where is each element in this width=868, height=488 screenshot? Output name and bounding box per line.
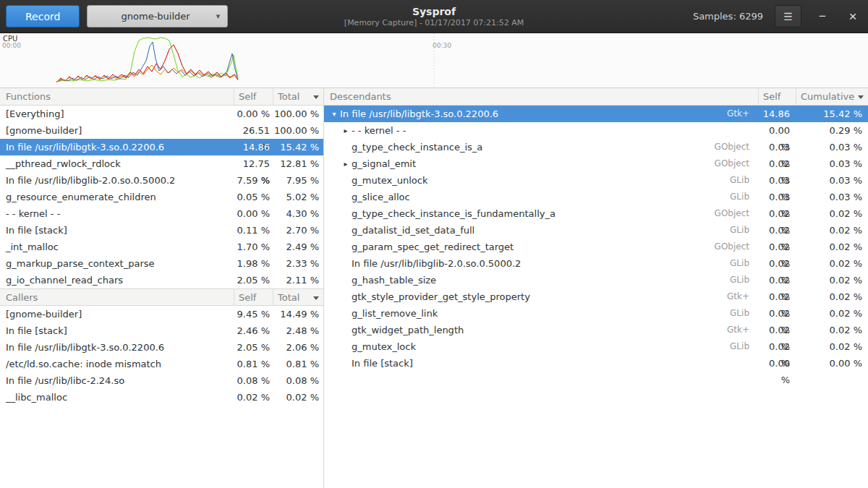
function-name-cell: g_mutex_unlock [352,172,427,189]
table-row[interactable]: __libc_malloc0.02 %0.02 % [0,389,323,406]
callers-table: Callers Self Total [gnome-builder]9.45 %… [0,288,323,406]
self-value: 9.45 % [234,306,273,322]
descendants-table: Descendants Self Cumulative ▾In file /us… [324,88,868,372]
table-row[interactable]: /etc/ld.so.cache: inode mismatch0.81 %0.… [0,356,323,372]
column-header-functions[interactable]: Functions [0,88,234,105]
tree-row[interactable]: g_param_spec_get_redirect_targetGObject0… [324,239,868,255]
tree-row[interactable]: g_list_remove_linkGLib0.02 %0.02 % [324,305,868,322]
record-button[interactable]: Record [6,5,80,27]
table-row[interactable]: [gnome-builder]9.45 %14.49 % [0,306,323,322]
table-row[interactable]: [Everything]0.00 %100.00 % [0,106,323,122]
tree-row[interactable]: g_type_check_instance_is_aGObject0.03 %0… [324,139,868,155]
column-header-self[interactable]: Self [234,289,273,305]
expander-spacer [340,139,352,155]
tree-row[interactable]: gtk_style_provider_get_style_propertyGtk… [324,288,868,305]
column-header-self[interactable]: Self [758,88,796,105]
table-row[interactable]: In file /usr/lib/libgtk-3.so.0.2200.62.0… [0,339,323,356]
cumulative-value: 15.42 % [796,106,868,122]
tree-row[interactable]: g_datalist_id_set_data_fullGLib0.02 %0.0… [324,222,868,239]
self-value: 0.00 % [234,106,273,122]
table-row[interactable]: In file [stack]2.46 %2.48 % [0,322,323,339]
function-name-cell: g_resource_enumerate_children [0,189,234,205]
column-header-total[interactable]: Total [273,88,323,105]
column-header-cumulative[interactable]: Cumulative [796,88,868,105]
self-value: 0.11 % [234,222,273,239]
tree-row[interactable]: g_mutex_lockGLib0.02 %0.02 % [324,338,868,355]
self-value: 2.46 % [234,322,273,339]
expander-spacer [340,305,352,322]
function-name-cell: [gnome-builder] [0,306,234,322]
total-value: 4.30 % [273,205,323,222]
total-value: 12.81 % [273,155,323,172]
tree-row[interactable]: g_mutex_unlockGLib0.03 %0.03 % [324,172,868,189]
expander-spacer [340,255,352,272]
self-value: 0.05 % [234,189,273,205]
expander-spacer [340,338,352,355]
tree-row[interactable]: g_type_check_instance_is_fundamentally_a… [324,205,868,222]
library-label: GObject [715,239,758,255]
descendants-table-header: Descendants Self Cumulative [324,88,868,106]
table-row[interactable]: In file /usr/lib/libglib-2.0.so.0.5000.2… [0,172,323,189]
table-row[interactable]: [gnome-builder]26.51 %100.00 % [0,122,323,139]
column-header-callers[interactable]: Callers [0,289,234,305]
self-value: 0.03 % [758,189,796,205]
descendants-table-body: ▾In file /usr/lib/libgtk-3.so.0.2200.6Gt… [324,106,868,372]
function-name-cell: g_markup_parse_context_parse [0,255,234,272]
self-value: 0.02 % [234,389,273,406]
minimize-button[interactable]: − [813,7,832,26]
table-row[interactable]: g_io_channel_read_chars2.05 %2.11 % [0,272,323,288]
menu-button[interactable]: ☰ [775,5,801,27]
expander-collapsed-icon[interactable]: ▸ [340,122,352,139]
column-header-descendants[interactable]: Descendants [324,88,758,105]
table-row[interactable]: g_resource_enumerate_children0.05 %5.02 … [0,189,323,205]
tree-row[interactable]: g_slice_allocGLib0.03 %0.03 % [324,189,868,205]
function-name-cell: g_datalist_id_set_data_full [352,222,475,239]
tree-row[interactable]: gtk_widget_path_lengthGtk+0.02 %0.02 % [324,322,868,338]
expander-collapsed-icon[interactable]: ▸ [340,155,352,172]
total-value: 14.49 % [273,306,323,322]
table-row[interactable]: - - kernel - -0.00 %4.30 % [0,205,323,222]
functions-table-header: Functions Self Total [0,88,323,106]
expander-spacer [340,205,352,222]
cumulative-value: 0.02 % [796,239,868,255]
sort-descending-icon [313,296,319,300]
self-value: 0.02 % [758,338,796,355]
self-value: 0.02 % [758,255,796,272]
self-value: 1.98 % [234,255,273,272]
column-header-self[interactable]: Self [234,88,273,105]
cumulative-value: 0.00 % [796,355,868,372]
cumulative-value: 0.03 % [796,189,868,205]
total-value: 2.49 % [273,239,323,255]
expander-spacer [340,189,352,205]
expander-open-icon[interactable]: ▾ [328,106,340,122]
table-row[interactable]: In file /usr/lib/libgtk-3.so.0.2200.614.… [0,139,323,155]
table-row[interactable]: __pthread_rwlock_rdlock12.75 %12.81 % [0,155,323,172]
table-row[interactable]: g_markup_parse_context_parse1.98 %2.33 % [0,255,323,272]
tree-row[interactable]: ▾In file /usr/lib/libgtk-3.so.0.2200.6Gt… [324,106,868,122]
function-name-cell: [gnome-builder] [0,122,234,139]
cpu-series-line [56,42,238,82]
function-name-cell: __pthread_rwlock_rdlock [0,155,234,172]
function-name-cell: /etc/ld.so.cache: inode mismatch [0,356,234,372]
process-selector-dropdown[interactable]: gnome-builder ▾ [87,5,228,27]
cumulative-value: 0.02 % [796,255,868,272]
close-button[interactable]: × [843,7,862,26]
tree-row[interactable]: In file /usr/lib/libglib-2.0.so.0.5000.2… [324,255,868,272]
table-row[interactable]: In file [stack]0.11 %2.70 % [0,222,323,239]
expander-spacer [340,172,352,189]
table-row[interactable]: In file /usr/lib/libc-2.24.so0.08 %0.08 … [0,372,323,389]
cumulative-value: 0.02 % [796,222,868,239]
cpu-graph-panel[interactable]: CPU 00:00 00:30 [0,33,868,88]
window-title: Sysprof [344,6,524,18]
function-name-cell: In file /usr/lib/libglib-2.0.so.0.5000.2 [352,255,521,272]
tree-row[interactable]: g_hash_table_sizeGLib0.02 %0.02 % [324,272,868,288]
tree-row[interactable]: In file [stack]0.00 %0.00 % [324,355,868,372]
column-header-total[interactable]: Total [273,289,323,305]
function-name-cell: In file /usr/lib/libgtk-3.so.0.2200.6 [0,139,234,155]
functions-table: Functions Self Total [Everything]0.00 %1… [0,88,323,288]
tree-row[interactable]: ▸- - kernel - -0.00 %0.29 % [324,122,868,139]
table-row[interactable]: _int_malloc1.70 %2.49 % [0,239,323,255]
function-name-cell: In file /usr/lib/libc-2.24.so [0,372,234,389]
left-pane: Functions Self Total [Everything]0.00 %1… [0,88,324,488]
tree-row[interactable]: ▸g_signal_emitGObject0.02 %0.03 % [324,155,868,172]
